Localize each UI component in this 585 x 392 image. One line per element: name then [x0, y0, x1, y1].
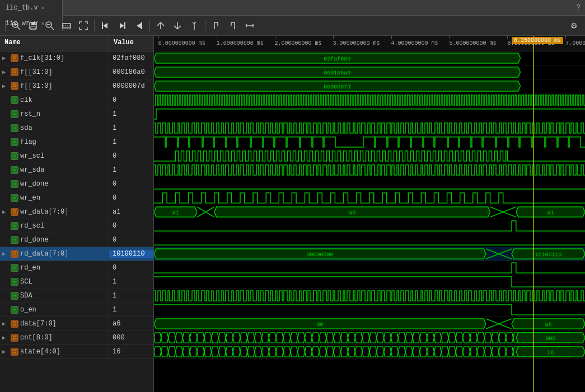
bus-icon-f_l	[11, 68, 18, 76]
signal-label-wr_sda: wr_sda	[20, 166, 44, 174]
cursor-button[interactable]	[186, 18, 202, 34]
signal-label-rd_data: rd_data[7:0]	[20, 250, 68, 258]
signal-row-rd_en[interactable]: rd_en0	[0, 261, 153, 275]
zoom-in-button[interactable]	[8, 18, 24, 34]
wave-row-rd_done	[154, 233, 585, 247]
signal-value-rd_en: 0	[109, 264, 153, 272]
expand-arrow-f_clk[interactable]: ▶	[2, 55, 9, 62]
signal-name-clk: clk	[0, 93, 109, 107]
prev-edge-button[interactable]	[97, 18, 113, 34]
signal-row-sda[interactable]: sda1	[0, 121, 153, 135]
signal-label-clk: clk	[20, 96, 32, 104]
wave-row-wr_sda	[154, 163, 585, 177]
signal-row-state[interactable]: ▶state[4:0]16	[0, 345, 153, 359]
wire-icon-rd_en	[11, 264, 18, 272]
zoom-out-button[interactable]	[42, 18, 58, 34]
signal-value-cnt: 000	[109, 334, 153, 342]
tab-iic_tb[interactable]: iic_tb.v✕	[0, 0, 63, 16]
wave-canvas-SDA	[154, 289, 585, 303]
expand-arrow-wr_data[interactable]: ▶	[2, 209, 9, 215]
wave-canvas-SCL	[154, 275, 585, 289]
signal-row-f_clk[interactable]: ▶f_clk[31:0]02faf080	[0, 51, 153, 65]
signal-name-sda: sda	[0, 121, 109, 135]
wire-icon-clk	[11, 96, 18, 104]
wave-row-state	[154, 345, 585, 359]
signal-row-SDA[interactable]: SDA1	[0, 289, 153, 303]
signal-value-rst_n: 1	[109, 110, 153, 118]
wire-icon-rst_n	[11, 110, 18, 118]
expand-arrow-cnt[interactable]: ▶	[2, 334, 9, 341]
help-button[interactable]: ?	[577, 4, 585, 12]
signal-value-rd_data: 10100110	[109, 250, 153, 258]
signal-name-data: ▶data[7:0]	[0, 317, 109, 330]
wave-row-flag	[154, 135, 585, 149]
signal-label-flag: flag	[20, 138, 36, 146]
signal-name-wr_sda: wr_sda	[0, 163, 109, 177]
wave-row-f_clk	[154, 51, 585, 65]
signal-name-cnt: ▶cnt[8:0]	[0, 331, 109, 344]
signal-value-f_l: 000186a0	[109, 68, 153, 76]
signal-row-wr_sda[interactable]: wr_sda1	[0, 163, 153, 177]
signal-row-flag[interactable]: flag1	[0, 135, 153, 149]
signal-row-f_r[interactable]: ▶f[[31:0]0000007d	[0, 79, 153, 93]
signal-panel: Name Value ▶f_clk[31:0]02faf080▶f[[31:0]…	[0, 36, 154, 392]
snap-button[interactable]	[153, 18, 169, 34]
signal-row-cnt[interactable]: ▶cnt[8:0]000	[0, 331, 153, 345]
wave-canvas-wr_scl	[154, 149, 585, 163]
wave-canvas-o_en	[154, 303, 585, 317]
expand-arrow-f_r[interactable]: ▶	[2, 83, 9, 89]
signal-row-wr_done[interactable]: wr_done0	[0, 177, 153, 191]
signal-row-rd_scl[interactable]: rd_scl0	[0, 219, 153, 233]
wave-row-o_en	[154, 303, 585, 317]
signal-row-rd_data[interactable]: ▶rd_data[7:0]10100110	[0, 247, 153, 261]
expand-arrow-data[interactable]: ▶	[2, 320, 9, 327]
signal-row-wr_data[interactable]: ▶wr_data[7:0]a1	[0, 205, 153, 219]
signal-label-o_en: o_en	[20, 306, 36, 314]
save-button[interactable]	[25, 18, 41, 34]
signal-name-wr_done: wr_done	[0, 177, 109, 191]
signal-list[interactable]: ▶f_clk[31:0]02faf080▶f[[31:0]000186a0▶f[…	[0, 51, 153, 392]
snap2-button[interactable]	[170, 18, 185, 34]
signal-row-o_en[interactable]: o_en1	[0, 303, 153, 317]
expand-arrow-rd_data[interactable]: ▶	[2, 251, 9, 257]
hdelta-button[interactable]	[242, 18, 258, 34]
wave-canvas-flag	[154, 135, 585, 149]
signal-row-wr_scl[interactable]: wr_scl0	[0, 149, 153, 163]
signal-row-rst_n[interactable]: rst_n1	[0, 107, 153, 121]
svg-rect-5	[31, 22, 35, 25]
wire-icon-wr_scl	[11, 152, 18, 160]
wave-row-cnt	[154, 331, 585, 345]
signal-name-f_r: ▶f[[31:0]	[0, 79, 109, 93]
svg-line-20	[161, 22, 164, 26]
marker1-button[interactable]	[208, 18, 224, 34]
tab-close-iic_tb[interactable]: ✕	[41, 4, 45, 11]
signal-row-SCL[interactable]: SCL1	[0, 275, 153, 289]
signal-row-clk[interactable]: clk0	[0, 93, 153, 107]
svg-line-1	[17, 27, 20, 30]
expand-arrow-f_l[interactable]: ▶	[2, 69, 9, 75]
bus-icon-wr_data	[11, 208, 18, 216]
settings-button[interactable]: ⚙	[566, 18, 582, 34]
signal-value-flag: 1	[109, 138, 153, 146]
signal-row-wr_en[interactable]: wr_en0	[0, 191, 153, 205]
wire-icon-o_en	[11, 306, 18, 314]
wave-row-rd_scl	[154, 219, 585, 233]
signal-row-data[interactable]: ▶data[7:0]a6	[0, 317, 153, 331]
svg-line-19	[157, 22, 161, 26]
wire-icon-wr_en	[11, 194, 18, 202]
toolbar-separator-2	[94, 20, 95, 31]
signal-row-f_l[interactable]: ▶f[[31:0]000186a0	[0, 65, 153, 79]
full-screen-button[interactable]	[76, 18, 91, 34]
signal-label-state: state[4:0]	[20, 348, 60, 356]
signal-name-rd_data: ▶rd_data[7:0]	[0, 247, 109, 261]
zoom-fit-button[interactable]	[59, 18, 74, 34]
main-area: Name Value ▶f_clk[31:0]02faf080▶f[[31:0]…	[0, 36, 585, 392]
last-button[interactable]	[131, 18, 147, 34]
marker2-button[interactable]	[225, 18, 241, 34]
signal-row-rd_done[interactable]: rd_done0	[0, 233, 153, 247]
bus-icon-state	[11, 348, 18, 356]
expand-arrow-state[interactable]: ▶	[2, 348, 9, 355]
signal-label-wr_done: wr_done	[20, 180, 48, 188]
signal-label-data: data[7:0]	[20, 320, 57, 328]
first-button[interactable]	[114, 18, 130, 34]
